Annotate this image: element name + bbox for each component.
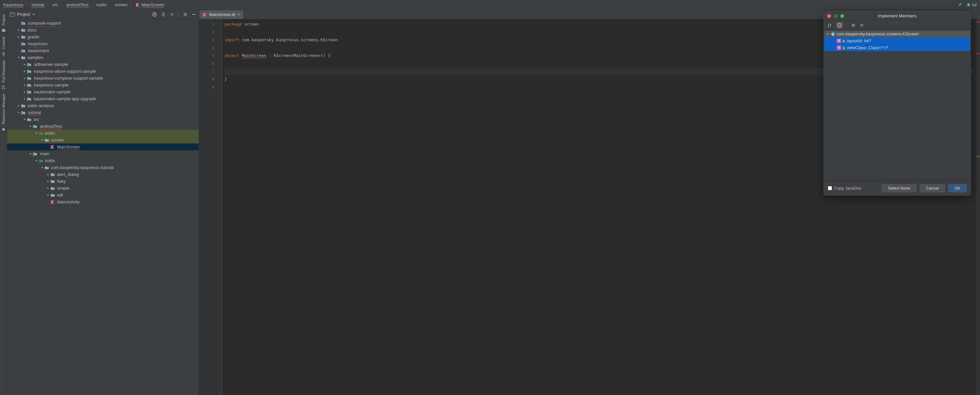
tree-label: main	[40, 150, 49, 157]
tree-label: kautomator-sample-app-upgrade	[34, 95, 96, 102]
tree-label: samples	[27, 54, 43, 61]
breadcrumb-item[interactable]: MainScreen	[135, 2, 164, 7]
dialog-root-label: com.kaspersky.kaspresso.screens.KScreen	[837, 32, 919, 37]
breadcrumb-item[interactable]: kotlin	[97, 2, 107, 7]
kotlin-icon	[50, 145, 55, 149]
tree-row[interactable]: flaky	[7, 178, 199, 185]
folder-green-icon	[27, 97, 32, 101]
svg-text:C: C	[832, 32, 834, 36]
tree-row[interactable]: samples	[7, 54, 199, 61]
commit-strip-icon	[1, 52, 6, 56]
copy-javadoc-checkbox[interactable]: Copy JavaDoc	[828, 186, 862, 191]
tree-row[interactable]: compose-support	[7, 20, 199, 27]
run-config[interactable]: tut	[966, 2, 977, 7]
show-inherited-icon[interactable]	[837, 23, 842, 27]
tree-label: MainScreen	[57, 143, 80, 150]
tree-label: flaky	[57, 178, 66, 185]
tree-row[interactable]: screen	[7, 137, 199, 143]
tree-row[interactable]: kautomator-sample-app-upgrade	[7, 95, 199, 102]
project-title: Project	[17, 12, 30, 17]
expand-icon[interactable]	[161, 12, 165, 17]
tree-row[interactable]: kaspresso	[7, 40, 199, 47]
expand-all-icon[interactable]	[851, 23, 856, 27]
tree-row[interactable]: simple	[7, 185, 199, 192]
tree-row[interactable]: kotlin	[7, 130, 199, 137]
member-label: layoutId: Int?	[847, 38, 871, 43]
copy-javadoc-input[interactable]	[828, 186, 832, 190]
hammer-icon[interactable]	[958, 2, 963, 8]
tree-row[interactable]: com.kaspersky.kaspresso.tutorial	[7, 164, 199, 171]
folder-teal-icon	[39, 131, 43, 135]
sort-icon[interactable]	[827, 22, 832, 28]
fold-gutter[interactable]: --	[217, 19, 222, 395]
dialog-member-item[interactable]: V 🔒 viewClass: Class<*>?	[824, 44, 970, 51]
tree-row[interactable]: docs	[7, 27, 199, 33]
close-window-button[interactable]	[827, 14, 831, 18]
tree-row[interactable]: gradle	[7, 33, 199, 40]
collapse-icon[interactable]	[170, 12, 174, 17]
resource-manager-tool-button[interactable]: Resource Manager	[2, 94, 6, 124]
tree-label: kaspresso-allure-support-sample	[34, 68, 96, 75]
svg-point-8	[4, 88, 5, 89]
tree-row[interactable]: kautomator-sample	[7, 88, 199, 95]
tree-row[interactable]: MainScreen	[7, 143, 199, 150]
tree-row[interactable]: kaspresso-sample	[7, 81, 199, 88]
tree-row[interactable]: kaspresso-allure-support-sample	[7, 68, 199, 75]
tree-label: com.kaspersky.kaspresso.tutorial	[51, 164, 114, 171]
svg-point-28	[27, 65, 29, 67]
breadcrumb-item[interactable]: tutorial	[32, 2, 44, 7]
tree-row[interactable]: alert_dialog	[7, 171, 199, 178]
commit-tool-button[interactable]: Commit	[2, 37, 6, 49]
dialog-member-tree[interactable]: C com.kaspersky.kaspresso.screens.KScree…	[824, 30, 970, 181]
kotlin-icon	[50, 200, 55, 204]
folder-green-icon	[33, 152, 38, 156]
zoom-window-button[interactable]	[840, 14, 844, 18]
breadcrumb-item[interactable]: screen	[115, 2, 127, 7]
folder-icon	[45, 166, 49, 170]
tree-row[interactable]: static-analysis	[7, 102, 199, 109]
tree-row[interactable]: tutorial	[7, 109, 199, 116]
tree-label: kautomator	[28, 47, 49, 54]
breadcrumbs: Kaspresso〉tutorial〉src〉androidTest〉kotli…	[3, 2, 164, 8]
tree-row[interactable]: src	[7, 116, 199, 123]
project-tree[interactable]: compose-supportdocsgradlekaspressokautom…	[7, 19, 199, 395]
folder-green-icon	[21, 110, 26, 115]
collapse-all-icon[interactable]	[859, 23, 864, 27]
svg-point-34	[21, 113, 23, 115]
tree-row[interactable]: main	[7, 150, 199, 157]
folder-blue-icon	[21, 21, 26, 25]
project-tool-button[interactable]: Project	[2, 14, 6, 25]
chevron-down-icon[interactable]	[32, 13, 35, 16]
svg-rect-10	[10, 13, 15, 16]
hide-icon[interactable]	[191, 12, 196, 17]
dialog-toolbar	[824, 20, 970, 30]
dialog-tree-root[interactable]: C com.kaspersky.kaspresso.screens.KScree…	[824, 30, 970, 37]
tree-row[interactable]: kaspresso-compose-support-sample	[7, 75, 199, 81]
target-icon[interactable]	[152, 12, 157, 17]
tree-row[interactable]: wifi	[7, 192, 199, 199]
tree-label: docs	[27, 27, 37, 33]
tree-label: alert_dialog	[57, 171, 79, 178]
tree-row[interactable]: MainActivity	[7, 199, 199, 205]
breadcrumb-item[interactable]: androidTest	[67, 2, 88, 7]
editor-tab-active[interactable]: MainScreen.kt ✕	[199, 10, 244, 19]
tree-label: gradle	[27, 33, 39, 40]
breadcrumb-separator: 〉	[90, 2, 95, 8]
close-icon[interactable]: ✕	[237, 13, 240, 17]
tree-row[interactable]: androidTest	[7, 123, 199, 130]
tree-row[interactable]: kotlin	[7, 157, 199, 164]
pull-requests-tool-button[interactable]: Pull Requests	[2, 60, 6, 83]
gear-icon[interactable]	[183, 12, 188, 17]
breadcrumb-item[interactable]: src	[52, 2, 58, 7]
select-none-button[interactable]: Select None	[882, 185, 916, 192]
folder-icon	[27, 117, 32, 122]
cancel-button[interactable]: Cancel	[920, 185, 945, 192]
error-stripe[interactable]	[976, 19, 980, 395]
tree-row[interactable]: adbserver-sample	[7, 61, 199, 68]
dialog-member-item[interactable]: V 🔒 layoutId: Int?	[824, 37, 970, 44]
breadcrumb-item[interactable]: Kaspresso	[3, 2, 23, 7]
folder-green-icon	[27, 62, 32, 67]
left-tool-strip: Project Commit Pull Requests Resource Ma…	[0, 10, 7, 395]
tree-row[interactable]: kautomator	[7, 47, 199, 54]
ok-button[interactable]: OK	[948, 185, 967, 192]
